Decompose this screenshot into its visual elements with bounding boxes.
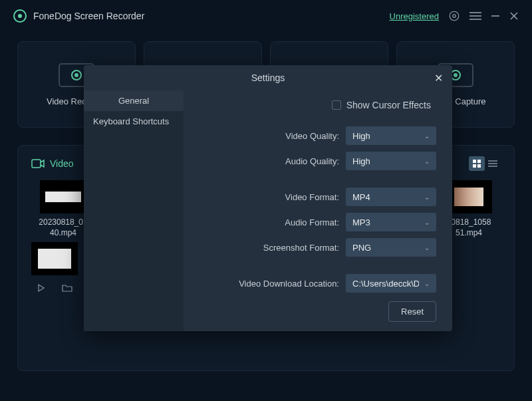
form-label: Video Quality: [285, 131, 339, 141]
tab-label: Video [50, 158, 74, 169]
audio-format-select[interactable]: MP3 ⌄ [346, 213, 436, 231]
audio-quality-row: Audio Quality: High ⌄ [184, 152, 436, 170]
audio-format-row: Audio Format: MP3 ⌄ [184, 213, 436, 231]
settings-sidebar: General Keyboard Shortcuts [84, 90, 184, 331]
reset-button[interactable]: Reset [388, 301, 436, 322]
chevron-down-icon: ⌄ [424, 158, 430, 165]
cursor-effects-label: Show Cursor Effects [346, 100, 431, 110]
thumbnail[interactable] [31, 242, 78, 275]
cursor-effects-row: Show Cursor Effects [184, 100, 436, 110]
play-icon[interactable] [37, 283, 46, 293]
video-format-row: Video Format: MP4 ⌄ [184, 188, 436, 206]
form-label: Screenshot Format: [263, 243, 339, 253]
select-value: MP3 [352, 217, 370, 227]
svg-point-1 [453, 15, 456, 18]
svg-rect-8 [32, 160, 41, 168]
video-format-select[interactable]: MP4 ⌄ [346, 188, 436, 206]
sidebar-item-shortcuts[interactable]: Keyboard Shortcuts [84, 111, 184, 132]
select-value: PNG [352, 243, 371, 253]
chevron-down-icon: ⌄ [424, 132, 430, 140]
chevron-down-icon: ⌄ [424, 219, 430, 226]
svg-point-0 [450, 11, 459, 21]
folder-icon[interactable] [62, 283, 72, 293]
settings-content: Show Cursor Effects Video Quality: High … [184, 90, 452, 331]
select-value: High [352, 156, 370, 166]
video-quality-row: Video Quality: High ⌄ [184, 126, 436, 145]
chevron-down-icon: ⌄ [424, 280, 430, 287]
svg-rect-10 [477, 160, 481, 163]
svg-rect-12 [477, 164, 481, 168]
tab-video[interactable]: Video [31, 158, 74, 169]
close-icon[interactable] [509, 11, 519, 21]
gear-icon[interactable] [448, 10, 460, 22]
svg-rect-11 [473, 164, 476, 168]
list-view-button[interactable] [485, 156, 501, 171]
svg-rect-9 [473, 160, 476, 163]
sidebar-item-general[interactable]: General [84, 90, 184, 111]
view-toggle [469, 156, 501, 171]
chevron-down-icon: ⌄ [424, 194, 430, 201]
form-label: Video Format: [285, 192, 339, 202]
unregistered-link[interactable]: Unregistered [390, 11, 439, 21]
modal-body: General Keyboard Shortcuts Show Cursor E… [84, 90, 452, 331]
video-quality-select[interactable]: High ⌄ [346, 126, 436, 145]
app-title: FoneDog Screen Recorder [33, 11, 144, 21]
form-label: Video Download Location: [239, 279, 339, 289]
screenshot-format-select[interactable]: PNG ⌄ [346, 238, 436, 257]
modal-header: Settings ✕ [84, 65, 452, 90]
download-location-select[interactable]: C:\Users\decck\Do ⌄ [346, 274, 436, 293]
form-label: Audio Quality: [285, 156, 339, 166]
header-left: FoneDog Screen Recorder [13, 9, 144, 23]
list-icon [488, 160, 497, 168]
settings-modal: Settings ✕ General Keyboard Shortcuts Sh… [84, 65, 452, 331]
screenshot-format-row: Screenshot Format: PNG ⌄ [184, 238, 436, 257]
select-value: MP4 [352, 192, 370, 202]
modal-title: Settings [251, 72, 285, 83]
file-name: 30818_1058 51.mp4 [447, 217, 491, 238]
close-icon[interactable]: ✕ [434, 72, 443, 84]
cursor-effects-checkbox[interactable] [332, 100, 341, 110]
select-value: C:\Users\decck\Do [352, 279, 419, 289]
menu-icon[interactable] [469, 11, 481, 21]
header-right: Unregistered [390, 10, 519, 22]
audio-quality-select[interactable]: High ⌄ [346, 152, 436, 170]
form-label: Audio Format: [285, 217, 339, 227]
minimize-icon[interactable] [491, 11, 500, 21]
thumbnail [446, 180, 492, 213]
app-header: FoneDog Screen Recorder Unregistered [0, 0, 532, 32]
chevron-down-icon: ⌄ [424, 244, 430, 251]
file-name: 20230818_01 40.mp4 [39, 217, 87, 238]
download-location-row: Video Download Location: C:\Users\decck\… [184, 274, 436, 293]
video-icon [31, 159, 45, 168]
grid-view-button[interactable] [469, 156, 485, 171]
select-value: High [352, 131, 370, 141]
thumbnail [40, 180, 86, 213]
app-logo-icon [13, 9, 27, 23]
grid-icon [472, 159, 481, 168]
